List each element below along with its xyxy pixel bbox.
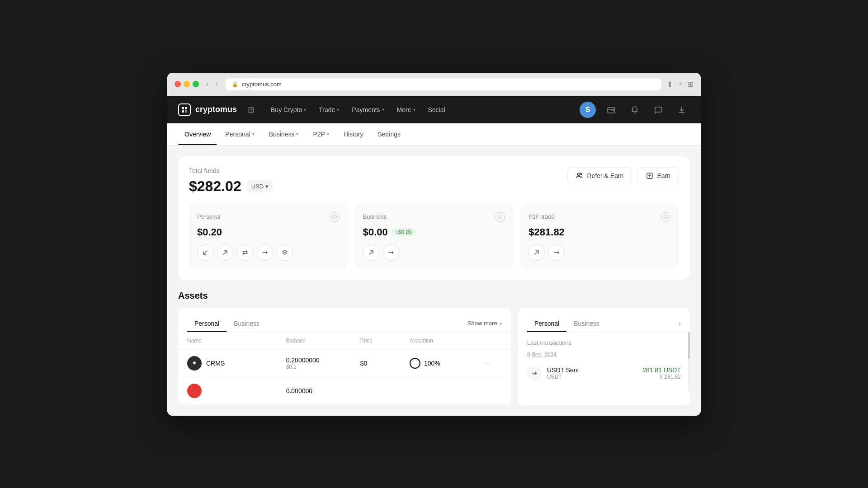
settings-label: Settings	[377, 131, 401, 138]
sub-nav-settings[interactable]: Settings	[371, 123, 407, 145]
personal-convert-button[interactable]	[257, 244, 273, 261]
minimize-button[interactable]	[184, 81, 190, 87]
nav-right: S	[580, 102, 690, 118]
nav-social[interactable]: Social	[423, 103, 451, 117]
svg-point-12	[193, 362, 195, 364]
assets-tab-business[interactable]: Business	[226, 315, 267, 332]
avatar-letter: S	[585, 106, 590, 114]
assets-tab-group: Personal Business	[187, 315, 267, 332]
sub-nav-personal[interactable]: Personal ▾	[219, 123, 260, 145]
nav-buy-crypto[interactable]: Buy Crypto ▾	[265, 103, 311, 117]
sub-nav: Overview Personal ▾ Business ▾ P2P ▾ His…	[167, 123, 701, 145]
personal-actions	[197, 244, 340, 261]
col-name: Name	[187, 338, 286, 344]
svg-point-7	[580, 173, 582, 175]
p2p-card-header: P2P trade	[528, 212, 671, 222]
business-card-title: Business	[363, 213, 387, 220]
earn-label: Earn	[657, 172, 670, 179]
nav-buy-crypto-label: Buy Crypto	[271, 106, 302, 113]
assets-panel: Personal Business Show more ›	[178, 308, 511, 405]
personal-layers-button[interactable]	[277, 244, 293, 261]
personal-send-button[interactable]	[217, 244, 233, 261]
transactions-tab-group: Personal Business	[527, 315, 607, 332]
wallet-icon-btn[interactable]	[603, 102, 619, 118]
col-balance: Balance	[286, 338, 360, 344]
nav-more[interactable]: More ▾	[392, 103, 421, 117]
funds-header: Total funds $282.02 USD ▾	[189, 167, 679, 195]
show-more-button[interactable]: Show more ›	[467, 316, 502, 330]
back-button[interactable]: ‹	[204, 79, 210, 89]
user-avatar[interactable]: S	[580, 102, 596, 118]
personal-receive-button[interactable]	[197, 244, 213, 261]
scrollbar-thumb[interactable]	[688, 332, 690, 359]
tx-tab-business[interactable]: Business	[566, 315, 607, 332]
address-bar[interactable]: 🔒 cryptomus.com	[226, 78, 661, 90]
business-convert-button[interactable]	[383, 244, 399, 261]
grid-menu-icon[interactable]: ⊞	[248, 105, 255, 115]
col-price: Price	[360, 338, 410, 344]
crms-price: $0	[360, 360, 410, 367]
chat-icon-btn[interactable]	[650, 102, 666, 118]
assets-table-header: Name Balance Price Allocation	[178, 332, 511, 350]
assets-personal-label: Personal	[194, 320, 219, 327]
asset-name-cell-crms: CRMS	[187, 356, 286, 371]
p2p-amount-value: $281.82	[528, 226, 565, 238]
tx-tab-personal[interactable]: Personal	[527, 315, 566, 332]
p2p-wallet-card: P2P trade $281.82	[520, 204, 679, 269]
crms-more-options[interactable]: ···	[484, 359, 502, 367]
tx-personal-label: Personal	[534, 320, 559, 327]
sub-nav-overview[interactable]: Overview	[178, 123, 217, 145]
sub-nav-p2p[interactable]: P2P ▾	[307, 123, 335, 145]
funds-actions: Refer & Earn Earn	[567, 167, 679, 184]
content-area: Total funds $282.02 USD ▾	[167, 145, 701, 416]
personal-card-header: Personal	[197, 212, 340, 222]
sub-nav-business[interactable]: Business ▾	[263, 123, 305, 145]
asset2-balance-cell: 0.000000	[286, 387, 360, 394]
sub-nav-history[interactable]: History	[337, 123, 370, 145]
forward-button[interactable]: ›	[214, 79, 220, 89]
nav-payments[interactable]: Payments ▾	[346, 103, 389, 117]
top-nav: cryptomus ⊞ Buy Crypto ▾ Trade ▾ Payment…	[167, 96, 701, 123]
transactions-content: Last transactions 9 Sep, 2024 USDT Sent	[518, 332, 690, 391]
business-label: Business	[269, 131, 295, 138]
buy-crypto-chevron-icon: ▾	[304, 107, 306, 112]
nav-trade[interactable]: Trade ▾	[313, 103, 344, 117]
personal-history-icon[interactable]	[330, 212, 340, 222]
business-send-button[interactable]	[363, 244, 379, 261]
p2p-convert-button[interactable]	[548, 244, 565, 261]
browser-controls: ‹ ›	[204, 79, 220, 89]
tx-amount: 281.81 USDT $ 281.82	[642, 366, 681, 380]
share-icon[interactable]: ⬆	[667, 80, 673, 89]
crms-allocation-pct: 100%	[424, 360, 440, 367]
logo[interactable]: cryptomus	[178, 103, 237, 116]
nav-left: cryptomus ⊞ Buy Crypto ▾ Trade ▾ Payment…	[178, 103, 451, 117]
earn-button[interactable]: Earn	[637, 167, 679, 184]
personal-amount: $0.20	[197, 226, 340, 238]
browser-window: ‹ › 🔒 cryptomus.com ⬆ + ⊞	[167, 73, 701, 416]
p2p-send-button[interactable]	[528, 244, 545, 261]
business-actions	[363, 244, 505, 261]
asset-name-cell-2	[187, 384, 286, 398]
business-history-icon[interactable]	[495, 212, 505, 222]
refer-earn-button[interactable]: Refer & Earn	[567, 167, 632, 184]
p2p-history-icon[interactable]	[661, 212, 671, 222]
new-tab-icon[interactable]: +	[678, 80, 682, 89]
personal-wallet-card: Personal $0.20	[189, 204, 348, 269]
refer-icon	[576, 172, 583, 179]
table-row: 0.000000	[178, 377, 511, 405]
maximize-button[interactable]	[193, 81, 199, 87]
personal-swap-button[interactable]	[237, 244, 253, 261]
logo-text: cryptomus	[195, 105, 237, 114]
bell-icon-btn[interactable]	[627, 102, 643, 118]
tx-sub: USDT	[547, 374, 637, 380]
grid-icon[interactable]: ⊞	[688, 80, 693, 89]
logo-icon	[178, 103, 191, 116]
download-icon-btn[interactable]	[674, 102, 690, 118]
currency-selector[interactable]: USD ▾	[247, 180, 273, 192]
close-button[interactable]	[175, 81, 181, 87]
tx-transfer-icon	[527, 366, 542, 380]
assets-tab-personal[interactable]: Personal	[187, 315, 226, 332]
history-label: History	[344, 131, 363, 138]
transactions-chevron-icon[interactable]: ›	[679, 319, 681, 328]
earn-icon	[646, 172, 653, 179]
